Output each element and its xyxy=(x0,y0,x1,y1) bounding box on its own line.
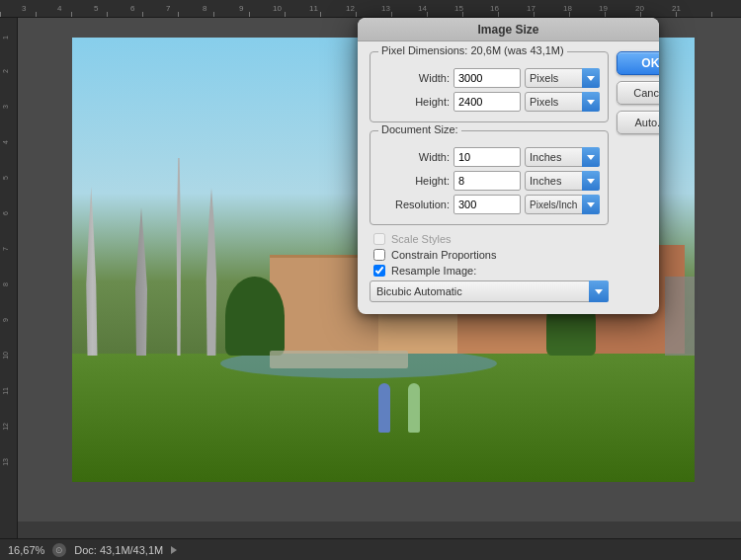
ruler-top: 3 4 5 6 7 8 9 10 11 12 13 14 15 16 17 18… xyxy=(0,0,741,18)
doc-height-label: Height: xyxy=(378,175,450,187)
ok-button[interactable]: OK xyxy=(617,51,659,75)
pixel-width-unit-wrapper[interactable]: Pixels Pixels Percent xyxy=(525,68,600,88)
dialog-title: Image Size xyxy=(477,23,538,37)
scale-styles-row: Scale Styles xyxy=(370,233,609,245)
resolution-label: Resolution: xyxy=(378,199,450,210)
pixel-width-input[interactable] xyxy=(453,68,521,88)
doc-width-input[interactable] xyxy=(453,147,521,167)
auto-button[interactable]: Auto... xyxy=(617,111,659,134)
pixel-dimensions-section: Pixel Dimensions: 20,6M (was 43,1M) Widt… xyxy=(370,51,609,122)
resample-label: Resample Image: xyxy=(391,265,476,277)
doc-height-row: Height: Inches Inches Centimeters Pixels xyxy=(378,171,600,191)
doc-info-arrow[interactable] xyxy=(171,546,177,554)
pixel-width-row: Width: Pixels Pixels Percent xyxy=(378,68,600,88)
pixel-height-label: Height: xyxy=(378,96,450,108)
resample-row: Resample Image: xyxy=(370,265,609,277)
doc-width-row: Width: Inches Inches Centimeters Pixels xyxy=(378,147,600,167)
ruler-left: 1 2 3 4 5 6 7 8 9 10 11 12 13 xyxy=(0,18,18,560)
status-bar: 16,67% ⊙ Doc: 43,1M/43,1M xyxy=(0,538,741,560)
dialog-titlebar: Image Size xyxy=(358,18,659,41)
constrain-proportions-label: Constrain Proportions xyxy=(391,249,496,261)
dialog-buttons: OK Cancel Auto... xyxy=(617,51,659,302)
scale-styles-checkbox[interactable] xyxy=(373,233,385,245)
resolution-input[interactable] xyxy=(453,195,521,214)
doc-width-label: Width: xyxy=(378,151,450,163)
cancel-button[interactable]: Cancel xyxy=(617,81,659,105)
document-size-label: Document Size: xyxy=(378,123,461,135)
resolution-unit-wrapper[interactable]: Pixels/Inch Pixels/Inch Pixels/Centimete… xyxy=(525,195,600,214)
doc-height-unit-wrapper[interactable]: Inches Inches Centimeters Pixels xyxy=(525,171,600,191)
pixel-height-input[interactable] xyxy=(453,92,521,112)
doc-height-input[interactable] xyxy=(453,171,521,191)
pixel-width-label: Width: xyxy=(378,72,450,84)
scale-styles-label: Scale Styles xyxy=(391,233,452,245)
constrain-proportions-checkbox[interactable] xyxy=(373,249,385,261)
resolution-row: Resolution: Pixels/Inch Pixels/Inch Pixe… xyxy=(378,195,600,214)
status-icon: ⊙ xyxy=(52,543,66,557)
pixel-height-row: Height: Pixels Pixels Percent xyxy=(378,92,600,112)
constrain-proportions-row: Constrain Proportions xyxy=(370,249,609,261)
dialog-main: Pixel Dimensions: 20,6M (was 43,1M) Widt… xyxy=(370,51,609,302)
pixel-height-unit-wrapper[interactable]: Pixels Pixels Percent xyxy=(525,92,600,112)
image-size-dialog: Image Size Pixel Dimensions: 20,6M (was … xyxy=(358,18,659,314)
doc-width-unit-wrapper[interactable]: Inches Inches Centimeters Pixels xyxy=(525,147,600,167)
doc-info: Doc: 43,1M/43,1M xyxy=(74,544,163,556)
resample-checkbox[interactable] xyxy=(373,265,385,277)
document-size-section: Document Size: Width: Inches Inches Cent… xyxy=(370,130,609,225)
zoom-level: 16,67% xyxy=(8,544,44,556)
resample-select-wrapper[interactable]: Bicubic Automatic Bicubic Automatic Bicu… xyxy=(370,280,609,302)
pixel-dimensions-label: Pixel Dimensions: 20,6M (was 43,1M) xyxy=(378,44,567,56)
